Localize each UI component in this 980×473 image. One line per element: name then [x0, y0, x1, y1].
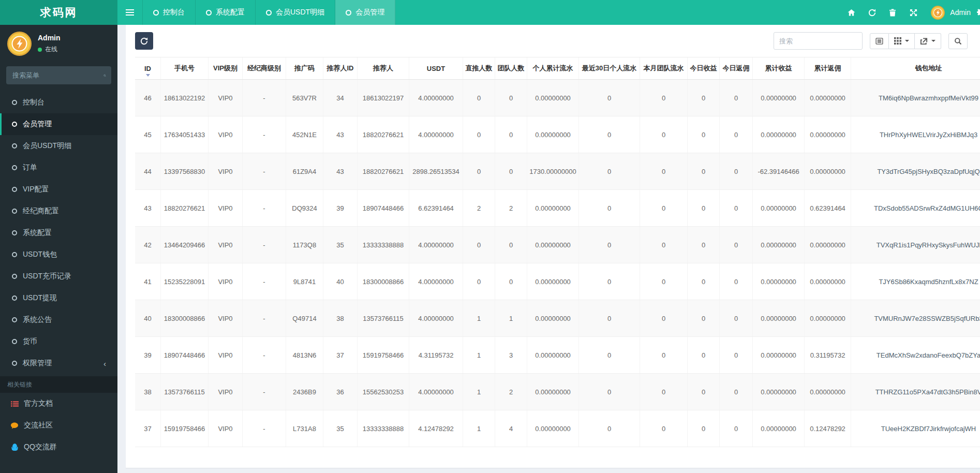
- sidebar-toggle-button[interactable]: [117, 0, 142, 25]
- sidebar-link-label: 交流社区: [24, 421, 53, 430]
- column-header-total_income[interactable]: 累计收益: [753, 57, 805, 79]
- user-menu[interactable]: Admin: [931, 6, 971, 20]
- view-buttons: [870, 33, 941, 49]
- home-button[interactable]: [841, 0, 862, 25]
- sidebar-item-label: 会员USDT明细: [23, 141, 71, 151]
- column-header-referrer_id[interactable]: 推荐人ID: [323, 57, 358, 79]
- fullscreen-button[interactable]: [903, 0, 924, 25]
- cell-total_income: 0.00000000: [753, 263, 805, 300]
- cell-today_rebate: 0: [720, 410, 753, 447]
- sidebar-link-官方文档[interactable]: 官方文档: [0, 393, 117, 415]
- cell-referrer: 18820276621: [358, 153, 409, 189]
- table-search-input[interactable]: [774, 32, 863, 50]
- cell-referrer: 18613022197: [358, 80, 409, 116]
- cell-total_rebate: 0.00000000: [805, 116, 851, 153]
- cell-team_count: 2: [495, 374, 527, 410]
- nav-tab-系统配置[interactable]: 系统配置: [196, 0, 256, 25]
- column-header-personal_flow[interactable]: 个人累计流水: [527, 57, 579, 79]
- nav-tab-会员USDT明细[interactable]: 会员USDT明细: [256, 0, 335, 25]
- sidebar-item-VIP配置[interactable]: VIP配置: [0, 179, 117, 200]
- column-header-referrer[interactable]: 推荐人: [358, 57, 409, 79]
- circle-icon: [12, 252, 17, 257]
- sidebar-link-交流社区[interactable]: 交流社区: [0, 415, 117, 436]
- cell-today_income: 0: [688, 300, 720, 336]
- cell-personal_flow: 0.00000000: [527, 374, 579, 410]
- table-list-icon: [875, 37, 883, 45]
- menu-search-box[interactable]: [6, 66, 111, 84]
- cell-referrer: 18907448466: [358, 190, 409, 226]
- cell-broker_level: -: [243, 190, 286, 226]
- sidebar-link-QQ交流群[interactable]: QQ交流群: [0, 436, 117, 458]
- sidebar-item-权限管理[interactable]: 权限管理‹: [0, 352, 117, 374]
- sidebar-item-USDT充币记录[interactable]: USDT充币记录: [0, 265, 117, 287]
- column-header-personal_flow_30d[interactable]: 最近30日个人流水: [579, 57, 640, 79]
- export-button[interactable]: [915, 33, 941, 49]
- column-label: 推荐人ID: [327, 64, 354, 73]
- cell-phone: 18820276621: [161, 190, 209, 226]
- sidebar-item-系统公告[interactable]: 系统公告: [0, 309, 117, 331]
- cell-referrer_id: 35: [323, 227, 358, 263]
- column-header-wallet_address[interactable]: 钱包地址: [851, 57, 980, 79]
- sidebar-item-经纪商配置[interactable]: 经纪商配置: [0, 200, 117, 222]
- sidebar-item-系统配置[interactable]: 系统配置: [0, 222, 117, 244]
- sidebar-item-label: 订单: [23, 163, 37, 172]
- nav-tab-会员管理[interactable]: 会员管理: [335, 0, 395, 25]
- column-header-team_count[interactable]: 团队人数: [495, 57, 527, 79]
- column-header-team_flow_month[interactable]: 本月团队流水: [640, 57, 688, 79]
- cell-referrer_id: 39: [323, 190, 358, 226]
- refresh-button[interactable]: [862, 0, 882, 25]
- sidebar-item-订单[interactable]: 订单: [0, 157, 117, 179]
- list-view-button[interactable]: [870, 33, 889, 49]
- column-header-today_rebate[interactable]: 今日返佣: [720, 57, 753, 79]
- column-header-broker_level[interactable]: 经纪商级别: [243, 57, 286, 79]
- sidebar-item-会员USDT明细[interactable]: 会员USDT明细: [0, 135, 117, 157]
- column-label: 手机号: [174, 64, 195, 73]
- cell-team_count: 4: [495, 410, 527, 447]
- brand-logo: 求码网: [0, 0, 117, 25]
- cell-total_income: 0.00000000: [753, 227, 805, 263]
- circle-icon: [12, 165, 17, 170]
- cell-personal_flow: 0.00000000: [527, 263, 579, 300]
- sidebar-item-控制台[interactable]: 控制台: [0, 92, 117, 113]
- cell-vip_level: VIP0: [209, 374, 243, 410]
- columns-button[interactable]: [889, 33, 915, 49]
- advanced-search-button[interactable]: [948, 33, 968, 49]
- cell-vip_level: VIP0: [209, 410, 243, 447]
- cell-direct_count: 0: [463, 80, 495, 116]
- cell-team_flow_month: 0: [640, 337, 688, 373]
- column-header-usdt[interactable]: USDT: [409, 57, 463, 79]
- cell-total_rebate: 0.62391464: [805, 190, 851, 226]
- settings-button[interactable]: [971, 0, 980, 25]
- cell-wallet_address: TVMURnJW7e28SSWZB5jSqfURb3: [851, 300, 980, 336]
- column-header-phone[interactable]: 手机号: [161, 57, 209, 79]
- cell-promo_code: 2436B9: [286, 374, 323, 410]
- column-label: 钱包地址: [915, 64, 942, 73]
- column-header-promo_code[interactable]: 推广码: [286, 57, 323, 79]
- menu-search-input[interactable]: [12, 71, 103, 79]
- sidebar-item-会员管理[interactable]: 会员管理: [0, 113, 117, 135]
- column-header-vip_level[interactable]: VIP级别: [209, 57, 243, 79]
- column-header-id[interactable]: ID: [135, 57, 161, 79]
- trash-button[interactable]: [882, 0, 903, 25]
- column-header-direct_count[interactable]: 直推人数: [463, 57, 495, 79]
- cell-broker_level: -: [243, 263, 286, 300]
- cell-vip_level: VIP0: [209, 337, 243, 373]
- cell-phone: 18613022192: [161, 80, 209, 116]
- sidebar-item-货币[interactable]: 货币: [0, 331, 117, 352]
- cell-direct_count: 1: [463, 374, 495, 410]
- cell-usdt: 4.00000000: [409, 374, 463, 410]
- sidebar-item-USDT钱包[interactable]: USDT钱包: [0, 244, 117, 265]
- column-label: 累计收益: [765, 64, 792, 73]
- refresh-table-button[interactable]: [135, 32, 153, 50]
- nav-tab-控制台[interactable]: 控制台: [142, 0, 196, 25]
- cell-team_flow_month: 0: [640, 80, 688, 116]
- column-header-today_income[interactable]: 今日收益: [688, 57, 720, 79]
- circle-icon: [12, 143, 17, 149]
- column-label: 团队人数: [498, 64, 525, 73]
- cell-today_rebate: 0: [720, 263, 753, 300]
- nav-tab-label: 控制台: [163, 8, 185, 17]
- column-header-total_rebate[interactable]: 累计返佣: [805, 57, 851, 79]
- cell-today_income: 0: [688, 337, 720, 373]
- sidebar-item-USDT提现[interactable]: USDT提现: [0, 287, 117, 309]
- cell-usdt: 4.00000000: [409, 263, 463, 300]
